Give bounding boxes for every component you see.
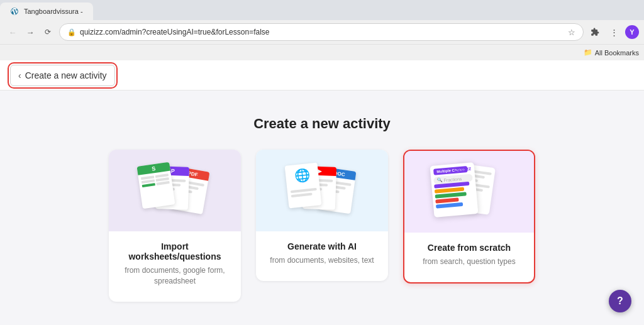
folder-icon: 📁 [584, 48, 592, 57]
import-card-desc: from documents, google form, spreadsheet [121, 265, 228, 287]
scratch-card-title: Create from scratch [423, 243, 515, 253]
quizizz-bars [434, 181, 475, 208]
back-button[interactable]: ‹ Create a new activity [10, 65, 115, 86]
bookmarks-label: All Bookmarks [595, 49, 639, 57]
scratch-card-desc: from search, question types [423, 256, 515, 267]
active-tab[interactable]: Tangboardvissura - [0, 3, 93, 20]
page-title: Create a new activity [253, 116, 391, 132]
ai-card-title: Generate with AI [270, 241, 374, 251]
tab-bar: Tangboardvissura - [0, 0, 644, 20]
quizizz-inner-logo: Quizizz [453, 165, 471, 172]
tab-label: Tangboardvissura - [24, 8, 83, 15]
wp-icon [10, 7, 19, 16]
back-nav-button[interactable]: ← [5, 25, 20, 40]
scratch-card[interactable]: Multiple Choice Quizizz 🔍 Fractions [403, 150, 535, 284]
scratch-front-doc: Multiple Choice Quizizz 🔍 Fractions [430, 162, 479, 218]
back-arrow-icon: ‹ [18, 70, 21, 80]
import-card-body: Import worksheets/questions from documen… [109, 231, 241, 287]
import-card-title: Import worksheets/questions [121, 241, 228, 262]
main-content: Create a new activity PDF [0, 91, 644, 325]
forward-nav-button[interactable]: → [23, 25, 38, 40]
import-illustration: PDF P [109, 150, 241, 231]
extensions-button[interactable] [587, 25, 602, 40]
refresh-button[interactable]: ⟳ [40, 25, 55, 40]
ai-card[interactable]: DOC ▶ [256, 150, 388, 281]
ai-card-desc: from documents, websites, text [270, 255, 374, 266]
lock-icon: 🔒 [67, 28, 76, 36]
ai-card-body: Generate with AI from documents, website… [257, 231, 386, 266]
nav-buttons: ← → ⟳ [5, 25, 55, 40]
help-button[interactable]: ? [609, 290, 631, 312]
bookmarks-bar: 📁 All Bookmarks [0, 44, 644, 60]
import-card[interactable]: PDF P [109, 150, 241, 302]
browser-actions: ⋮ Y [587, 25, 639, 40]
app-header: ‹ Create a new activity [0, 60, 644, 91]
cards-container: PDF P [109, 150, 535, 302]
bookmark-star-icon[interactable]: ☆ [568, 28, 575, 37]
browser-top-bar: ← → ⟳ 🔒 quizizz.com/admin?createUsingAI=… [0, 20, 644, 44]
ai-illustration: DOC ▶ [256, 150, 388, 231]
all-bookmarks-folder[interactable]: 📁 All Bookmarks [584, 48, 639, 57]
address-bar[interactable]: 🔒 quizizz.com/admin?createUsingAI=true&f… [59, 23, 584, 41]
profile-avatar[interactable]: Y [625, 25, 639, 39]
url-text: quizizz.com/admin?createUsingAI=true&for… [80, 28, 564, 36]
scratch-illustration: Multiple Choice Quizizz 🔍 Fractions [404, 151, 534, 233]
scratch-card-body: Create from scratch from search, questio… [410, 233, 528, 267]
back-button-label: Create a new activity [25, 70, 107, 80]
more-options-button[interactable]: ⋮ [606, 25, 621, 40]
doc-sheets: S [137, 162, 175, 209]
browser-chrome: Tangboardvissura - ← → ⟳ 🔒 quizizz.com/a… [0, 0, 644, 60]
doc-web: 🌐 [285, 162, 322, 208]
